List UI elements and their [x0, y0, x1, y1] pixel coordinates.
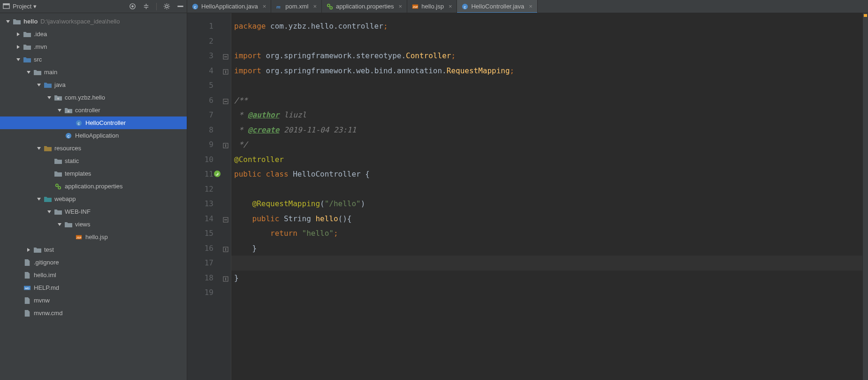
tree-node[interactable]: mvnw	[0, 294, 187, 307]
close-tab-icon[interactable]: ×	[529, 3, 533, 10]
spring-bean-icon[interactable]	[213, 170, 221, 178]
code-line[interactable]: * @create 2019-11-04 23:11	[234, 123, 862, 138]
code-line[interactable]: }	[234, 241, 862, 256]
line-number: 17	[187, 256, 213, 271]
tree-node[interactable]: .idea	[0, 28, 187, 40]
tree-node[interactable]: main	[0, 66, 187, 78]
fold-open-icon[interactable]	[223, 53, 228, 58]
tree-node[interactable]: templates	[0, 167, 187, 180]
tab-t3[interactable]: application.properties ×	[322, 0, 407, 13]
tree-node[interactable]: static	[0, 155, 187, 167]
tree-node[interactable]: application.properties	[0, 180, 187, 193]
fold-close-icon[interactable]	[223, 275, 228, 280]
tree-node[interactable]: mvnw.cmd	[0, 307, 187, 319]
tree-node[interactable]: views	[0, 218, 187, 231]
tree-node-label: main	[44, 69, 57, 76]
tree-node-label: com.yzbz.hello	[65, 94, 105, 101]
line-number: 15	[187, 226, 213, 241]
code-line[interactable]	[234, 34, 862, 49]
gear-icon[interactable]	[163, 3, 170, 10]
tree-node[interactable]: controller	[0, 104, 187, 116]
code-line[interactable]: public class HelloController {	[234, 167, 862, 182]
code-line[interactable]	[234, 78, 862, 93]
code-line[interactable]: @Controller	[234, 152, 862, 167]
close-tab-icon[interactable]: ×	[449, 3, 452, 10]
collapse-all-icon[interactable]	[143, 3, 150, 10]
root-icon	[13, 18, 21, 25]
tab-t2[interactable]: pom.xml ×	[271, 0, 322, 13]
code-line[interactable]: * @author liuzl	[234, 108, 862, 123]
code-line[interactable]: package com.yzbz.hello.controller;	[234, 19, 862, 34]
code-line[interactable]	[234, 256, 862, 271]
tree-node[interactable]: com.yzbz.hello	[0, 91, 187, 104]
code-line[interactable]: import org.springframework.web.bind.anno…	[234, 63, 862, 78]
fold-close-icon[interactable]	[223, 245, 228, 251]
code-line[interactable]: }	[234, 271, 862, 286]
tree-node[interactable]: java	[0, 78, 187, 91]
fold-close-icon[interactable]	[223, 68, 228, 73]
code-line[interactable]	[234, 182, 862, 197]
tree-node-label: HELP.md	[34, 284, 59, 291]
code-line[interactable]: /**	[234, 93, 862, 108]
close-tab-icon[interactable]: ×	[263, 3, 266, 10]
close-tab-icon[interactable]: ×	[399, 3, 403, 10]
twisty-down-icon[interactable]	[37, 146, 41, 151]
twisty-down-icon[interactable]	[6, 19, 10, 24]
twisty-right-icon[interactable]	[26, 248, 31, 252]
tree-node-label: application.properties	[65, 183, 123, 190]
tree-node[interactable]: HelloApplication	[0, 129, 187, 142]
tree-node-label: hello	[23, 18, 38, 25]
target-icon[interactable]	[129, 3, 136, 10]
tree-node[interactable]: hello.jsp	[0, 231, 187, 243]
close-tab-icon[interactable]: ×	[313, 3, 317, 10]
twisty-right-icon[interactable]	[16, 45, 21, 49]
code-line[interactable]: return "hello";	[234, 226, 862, 241]
hide-panel-icon[interactable]	[177, 3, 184, 10]
project-tree[interactable]: helloD:\java\workspace_idea\hello.idea.m…	[0, 13, 187, 380]
code-line[interactable]: */	[234, 137, 862, 152]
code-line[interactable]	[234, 285, 862, 300]
fold-open-icon[interactable]	[223, 97, 228, 103]
twisty-right-icon[interactable]	[16, 32, 21, 37]
twisty-down-icon[interactable]	[37, 83, 41, 87]
tree-node[interactable]: hello.iml	[0, 269, 187, 281]
tree-node[interactable]: .gitignore	[0, 256, 187, 269]
code-line[interactable]: public String hello(){	[234, 211, 862, 226]
code-line[interactable]: import org.springframework.stereotype.Co…	[234, 48, 862, 63]
tree-node[interactable]: HelloController	[0, 116, 187, 129]
project-panel-header[interactable]: Project ▾	[0, 0, 187, 13]
twisty-down-icon[interactable]	[47, 209, 52, 214]
tree-node[interactable]: test	[0, 243, 187, 256]
project-panel-dropdown-icon[interactable]: ▾	[33, 3, 37, 10]
code-line[interactable]: @RequestMapping("/hello")	[234, 196, 862, 211]
tree-node[interactable]: webapp	[0, 193, 187, 205]
tab-t5[interactable]: HelloController.java ×	[457, 0, 537, 13]
twisty-down-icon[interactable]	[47, 95, 52, 100]
code-editor[interactable]: 12345678910111213141516171819 package co…	[187, 13, 868, 380]
line-number: 2	[187, 34, 213, 49]
tree-node-label: hello.iml	[34, 271, 56, 279]
tree-node[interactable]: helloD:\java\workspace_idea\hello	[0, 15, 187, 28]
fold-open-icon[interactable]	[223, 216, 228, 221]
fold-close-icon[interactable]	[223, 141, 228, 147]
tab-t4[interactable]: hello.jsp ×	[407, 0, 457, 13]
twisty-down-icon[interactable]	[57, 222, 62, 227]
twisty-down-icon[interactable]	[57, 108, 62, 113]
tree-node[interactable]: resources	[0, 142, 187, 155]
line-number: 5	[187, 78, 213, 93]
tree-node[interactable]: WEB-INF	[0, 205, 187, 218]
twisty-down-icon[interactable]	[16, 57, 21, 62]
tree-node[interactable]: HELP.md	[0, 281, 187, 294]
tab-t1[interactable]: HelloApplication.java ×	[187, 0, 271, 13]
editor-scrollbar[interactable]	[862, 13, 868, 380]
twisty-down-icon[interactable]	[37, 197, 41, 202]
line-number: 11	[187, 167, 213, 182]
twisty-down-icon[interactable]	[26, 70, 31, 75]
tree-node[interactable]: .mvn	[0, 40, 187, 53]
editor-code-area[interactable]: package com.yzbz.hello.controller; impor…	[231, 13, 862, 380]
editor-fold-gutter[interactable]	[222, 13, 231, 380]
line-number: 10	[187, 152, 213, 167]
folder-icon	[23, 44, 31, 50]
tree-node-label: mvnw	[34, 297, 50, 304]
tree-node[interactable]: src	[0, 53, 187, 66]
